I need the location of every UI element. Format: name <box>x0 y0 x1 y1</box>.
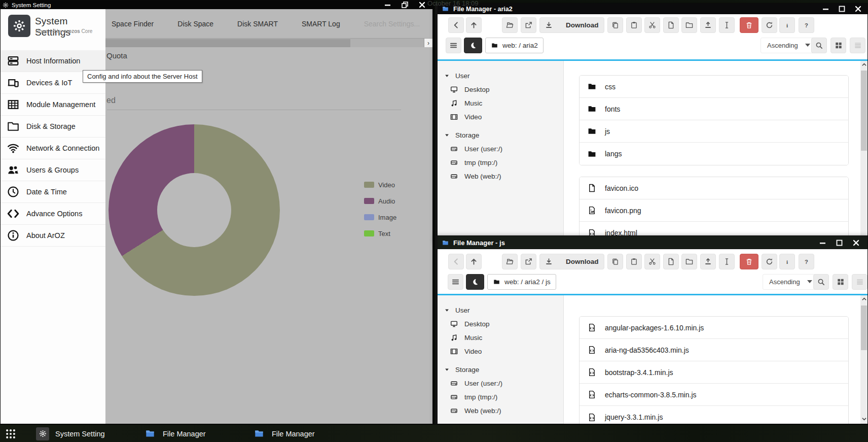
download-button[interactable]: Download <box>539 17 604 33</box>
toolbar-button-rename[interactable] <box>719 17 735 33</box>
toolbar-button-info[interactable]: i <box>779 17 795 33</box>
toolbar-button-cut[interactable] <box>644 254 660 269</box>
storage-quota-donut-chart[interactable] <box>108 124 280 296</box>
menu-button[interactable] <box>448 274 463 290</box>
taskbar-item-file-manager-1[interactable]: File Manager <box>143 427 206 440</box>
file-row-angular-packages-1.6.10.min.js[interactable]: angular-packages-1.6.10.min.js <box>580 317 848 339</box>
menu-button[interactable] <box>446 38 461 53</box>
search-settings-placeholder[interactable]: Search Settings... <box>364 20 420 28</box>
toolbar-button-copy[interactable] <box>607 254 623 269</box>
grid-view-button[interactable] <box>830 38 846 53</box>
sidebar-item-advance-options[interactable]: Advance Options <box>1 203 105 225</box>
tree-section-user[interactable]: User <box>438 69 563 83</box>
toolbar-button-rename[interactable] <box>719 254 735 269</box>
close-icon[interactable] <box>849 236 862 249</box>
apps-grid-icon[interactable] <box>5 428 16 439</box>
file-row-aria-ng-da5356c403.min.js[interactable]: aria-ng-da5356c403.min.js <box>580 339 848 361</box>
tree-section-storage[interactable]: Storage <box>438 363 563 377</box>
tab-disk-space[interactable]: Disk Space <box>177 20 213 28</box>
scrollbar-thumb[interactable] <box>861 305 867 350</box>
scroll-up-arrow[interactable] <box>860 61 867 69</box>
search-button[interactable] <box>811 38 827 53</box>
toolbar-button-new-file[interactable] <box>663 254 679 269</box>
sort-dropdown[interactable]: Ascending <box>761 38 817 53</box>
vertical-scrollbar[interactable] <box>860 295 867 424</box>
tree-item-web-web-[interactable]: Web (web:/) <box>438 404 563 418</box>
sidebar-item-disk-storage[interactable]: Disk & Storage <box>1 116 105 138</box>
toolbar-button-paste[interactable] <box>626 17 642 33</box>
tree-item-web-web-[interactable]: Web (web:/) <box>438 169 563 183</box>
tree-item-video[interactable]: Video <box>438 345 563 358</box>
folder-row-css[interactable]: css <box>580 76 848 98</box>
file-manager-aria2-titlebar[interactable]: File Manager - aria2 <box>438 4 867 14</box>
close-icon[interactable] <box>851 4 864 14</box>
folder-row-langs[interactable]: langs <box>580 143 848 165</box>
toolbar-button-copy[interactable] <box>607 17 623 33</box>
toolbar-button-back[interactable] <box>448 17 464 33</box>
sort-dropdown[interactable]: Ascending <box>763 274 819 290</box>
list-view-button[interactable] <box>852 274 867 290</box>
toolbar-button-open[interactable] <box>502 17 518 33</box>
legend-item-text[interactable]: Text <box>364 230 396 237</box>
download-button[interactable]: Download <box>539 254 604 269</box>
sidebar-item-network-connection[interactable]: Network & Connection <box>1 138 105 159</box>
system-settings-titlebar[interactable]: System Setting <box>1 1 433 9</box>
tab-disk-smart[interactable]: Disk SMART <box>237 20 278 28</box>
scroll-down-arrow[interactable] <box>860 415 867 423</box>
search-button[interactable] <box>813 274 829 290</box>
tree-item-user-user-[interactable]: User (user:/) <box>438 377 563 390</box>
close-icon[interactable] <box>415 1 428 9</box>
toolbar-button-help[interactable]: ? <box>799 17 814 33</box>
legend-item-audio[interactable]: Audio <box>364 197 396 205</box>
toolbar-button-open[interactable] <box>502 254 518 269</box>
legend-item-image[interactable]: Image <box>364 214 396 221</box>
tree-item-tmp-tmp-[interactable]: tmp (tmp:/) <box>438 156 563 169</box>
tree-item-desktop[interactable]: Desktop <box>438 317 563 331</box>
tab-space-finder[interactable]: Space Finder <box>112 20 154 28</box>
sidebar-item-host-information[interactable]: Host Information <box>1 50 105 72</box>
tree-item-music[interactable]: Music <box>438 331 563 345</box>
minimize-button[interactable] <box>381 1 394 9</box>
taskbar-item-file-manager-2[interactable]: File Manager <box>252 427 315 440</box>
scrollbar-thumb[interactable] <box>105 39 350 47</box>
toolbar-button-refresh[interactable] <box>762 254 777 269</box>
toolbar-button-new-file[interactable] <box>663 17 679 33</box>
toolbar-button-external[interactable] <box>521 254 536 269</box>
scroll-up-arrow[interactable] <box>860 295 867 303</box>
toolbar-button-new-folder[interactable] <box>681 254 697 269</box>
sidebar-item-module-management[interactable]: Module Management <box>1 94 105 116</box>
vertical-scrollbar[interactable] <box>860 61 867 241</box>
minimize-button[interactable] <box>816 236 829 249</box>
scrollbar-thumb[interactable] <box>861 71 867 151</box>
toolbar-button-upload[interactable] <box>700 17 716 33</box>
restore-button[interactable] <box>398 1 411 9</box>
toolbar-button-up[interactable] <box>466 17 482 33</box>
file-row-echarts-common-3.8.5.min.js[interactable]: echarts-common-3.8.5.min.js <box>580 384 848 406</box>
list-view-button[interactable] <box>850 38 865 53</box>
sidebar-item-date-time[interactable]: Date & Time <box>1 181 105 203</box>
tab-bar-horizontal-scrollbar[interactable]: › <box>105 38 432 47</box>
toolbar-button-up[interactable] <box>466 254 482 269</box>
grid-view-button[interactable] <box>833 274 848 290</box>
tree-item-music[interactable]: Music <box>438 96 563 110</box>
toolbar-button-refresh[interactable] <box>762 17 777 33</box>
toolbar-button-paste[interactable] <box>626 254 642 269</box>
toolbar-button-help[interactable]: ? <box>799 254 814 269</box>
toolbar-button-back[interactable] <box>448 254 464 269</box>
file-row-bootstrap-3.4.1.min.js[interactable]: bootstrap-3.4.1.min.js <box>580 361 848 384</box>
tree-item-video[interactable]: Video <box>438 110 563 124</box>
taskbar-item-system-setting-0[interactable]: System Setting <box>36 427 105 440</box>
minimize-button[interactable] <box>819 4 832 14</box>
folder-row-js[interactable]: js <box>580 120 848 143</box>
breadcrumb[interactable]: web: / aria2 / js <box>487 274 556 290</box>
dark-mode-toggle[interactable] <box>464 38 482 53</box>
tab-smart-log[interactable]: SMART Log <box>302 20 340 28</box>
tree-item-user-user-[interactable]: User (user:/) <box>438 142 563 156</box>
sidebar-item-users-groups[interactable]: Users & Groups <box>1 159 105 181</box>
file-row-favicon.png[interactable]: favicon.png <box>580 199 848 222</box>
toolbar-button-cut[interactable] <box>644 17 660 33</box>
file-manager-js-titlebar[interactable]: File Manager - js <box>438 236 867 249</box>
toolbar-button-new-folder[interactable] <box>681 17 697 33</box>
tree-section-user[interactable]: User <box>438 303 563 317</box>
tree-item-desktop[interactable]: Desktop <box>438 83 563 96</box>
